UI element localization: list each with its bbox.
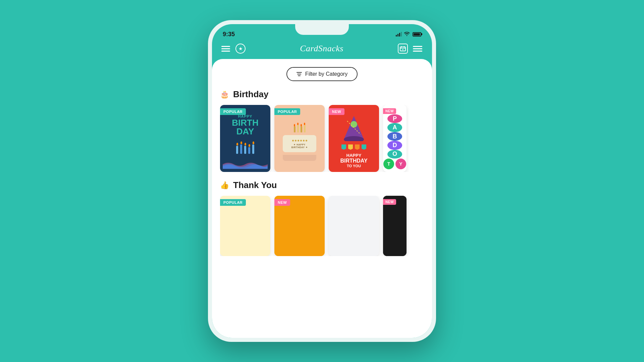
cake-base xyxy=(283,155,316,161)
popular-badge-ty1: POPULAR xyxy=(220,199,246,206)
new-badge-4: NEW xyxy=(383,108,396,114)
birthday-icon: 🎂 xyxy=(220,90,229,99)
popular-badge-1: POPULAR xyxy=(220,108,246,115)
thank-you-cards-row: POPULAR NEW NEW xyxy=(220,196,424,256)
menu-button[interactable] xyxy=(221,46,230,52)
header-right xyxy=(398,44,423,54)
bday1-candles xyxy=(236,141,254,154)
wifi-icon xyxy=(404,32,410,37)
thank-you-card-1[interactable]: POPULAR xyxy=(220,196,270,256)
new-badge-ty4: NEW xyxy=(383,199,396,205)
birthday-card-4[interactable]: NEW P A B D O T Y xyxy=(383,105,407,172)
header-left: ★ xyxy=(221,44,246,54)
new-badge-ty2: NEW xyxy=(274,199,290,206)
filter-by-category-button[interactable]: Filter by Category xyxy=(286,67,358,81)
banner-flags xyxy=(341,144,366,150)
birthday-section: 🎂 Birthday POPULAR HAPPY BIRTHDAY xyxy=(212,89,432,180)
svg-point-4 xyxy=(402,49,403,50)
app-header: ★ CardSnacks xyxy=(212,41,432,59)
birthday-cards-row: POPULAR HAPPY BIRTHDAY xyxy=(220,105,424,172)
cake-candles xyxy=(294,123,306,132)
cake-body: ✦ HAPPY BIRTHDAY ✦ xyxy=(283,135,316,152)
thank-you-card-4[interactable]: NEW xyxy=(383,196,407,256)
popular-badge-2: POPULAR xyxy=(274,108,300,115)
battery-icon xyxy=(413,32,421,37)
filter-button-label: Filter by Category xyxy=(305,71,347,77)
status-time: 9:35 xyxy=(223,31,235,38)
calendar-button[interactable] xyxy=(398,44,408,54)
birthday-header: 🎂 Birthday xyxy=(220,89,424,100)
thank-you-section: 👍 Thank You POPULAR NEW xyxy=(212,180,432,264)
birthday-card-2[interactable]: POPULAR xyxy=(274,105,325,172)
phone-frame: 9:35 xyxy=(208,20,436,342)
svg-rect-0 xyxy=(400,47,406,51)
bday1-waves xyxy=(223,159,268,169)
thank-you-card-3[interactable] xyxy=(329,196,379,256)
phone-screen: 9:35 xyxy=(212,24,432,338)
app-title: CardSnacks xyxy=(300,44,343,54)
party-hat-icon xyxy=(340,114,367,141)
thank-you-icon: 👍 xyxy=(220,181,229,190)
birthday-card-3[interactable]: NEW xyxy=(329,105,379,172)
thank-you-header: 👍 Thank You xyxy=(220,180,424,190)
thank-you-card-2[interactable]: NEW xyxy=(274,196,325,256)
birthday-title: Birthday xyxy=(233,89,268,100)
stack-button[interactable] xyxy=(413,44,423,53)
new-badge-3: NEW xyxy=(329,108,344,115)
signal-icon xyxy=(396,32,402,37)
filter-icon xyxy=(297,72,302,76)
phone-notch xyxy=(295,24,349,35)
birthday-card-1[interactable]: POPULAR HAPPY BIRTHDAY xyxy=(220,105,270,172)
filter-section: Filter by Category xyxy=(212,67,432,89)
main-content: Filter by Category 🎂 Birthday POPULAR HA… xyxy=(212,59,432,338)
svg-point-7 xyxy=(351,121,357,128)
favorites-button[interactable]: ★ xyxy=(235,44,246,54)
status-icons xyxy=(396,32,421,37)
bday3-text: HAPPY BIRTHDAY TO YOU xyxy=(340,153,367,168)
bday1-text: HAPPY BIRTHDAY xyxy=(232,114,258,136)
thank-you-title: Thank You xyxy=(233,180,277,190)
